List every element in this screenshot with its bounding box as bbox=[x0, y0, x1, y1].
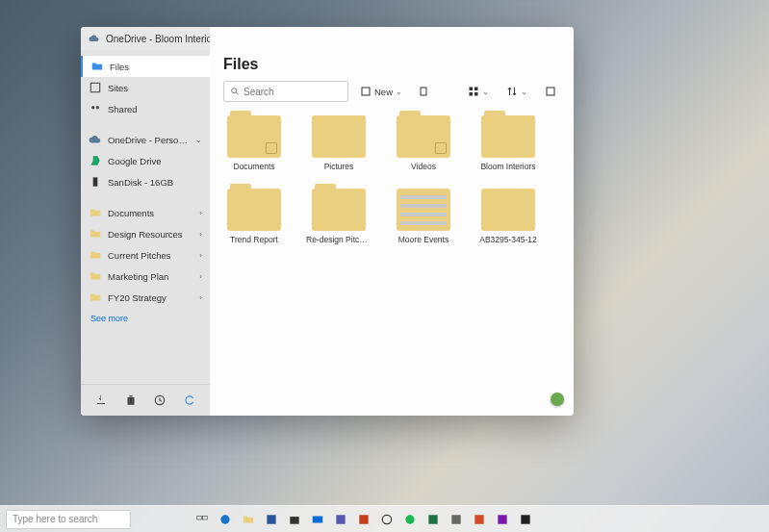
new-button[interactable]: New ⌄ bbox=[356, 84, 406, 99]
sidebar-item-onedrive-personal[interactable]: OneDrive - Personal ⌄ bbox=[81, 129, 210, 150]
paste-button[interactable] bbox=[414, 84, 433, 99]
folder-icon bbox=[89, 269, 102, 283]
powerpoint-icon[interactable] bbox=[472, 512, 487, 527]
item-name: Moore Events bbox=[398, 235, 449, 244]
trash-icon[interactable] bbox=[123, 393, 139, 408]
sync-status-icon[interactable] bbox=[551, 393, 564, 406]
svg-rect-20 bbox=[359, 515, 368, 523]
photos-icon[interactable] bbox=[356, 512, 372, 527]
svg-rect-13 bbox=[197, 516, 202, 519]
app-icon[interactable] bbox=[449, 512, 464, 527]
sidebar-item-marketing-plan[interactable]: Marketing Plan › bbox=[81, 266, 210, 287]
sidebar-item-fy20-strategy[interactable]: FY20 Strategy › bbox=[81, 287, 210, 308]
sidebar-item-shared[interactable]: Shared bbox=[81, 98, 210, 119]
svg-rect-8 bbox=[470, 88, 474, 91]
grid-icon bbox=[468, 86, 479, 97]
mail-icon[interactable] bbox=[310, 512, 325, 527]
chevron-down-icon: ⌄ bbox=[521, 88, 527, 96]
folder-redesign-pitches[interactable]: Re-design Pitches bbox=[308, 189, 370, 244]
details-button[interactable] bbox=[541, 84, 560, 99]
taskbar-search-input[interactable]: Type here to search bbox=[6, 510, 131, 529]
edge-icon[interactable] bbox=[218, 512, 233, 527]
search-icon bbox=[230, 87, 240, 96]
folder-icon bbox=[312, 189, 366, 231]
folder-icon bbox=[89, 291, 102, 304]
sidebar-item-label: SanDisk - 16GB bbox=[108, 177, 202, 188]
svg-rect-26 bbox=[498, 515, 506, 523]
item-name: Documents bbox=[234, 162, 275, 171]
spotify-icon[interactable] bbox=[402, 512, 418, 527]
excel-icon[interactable] bbox=[425, 512, 441, 527]
folder-videos[interactable]: Videos bbox=[393, 115, 454, 171]
sidebar-top-group: Files Sites Shared bbox=[81, 56, 210, 119]
file-image[interactable]: AB3295-345-12 bbox=[477, 189, 539, 244]
chevron-right-icon: › bbox=[199, 209, 202, 217]
task-view-icon[interactable] bbox=[194, 512, 210, 527]
toolbar-right: ⌄ ⌄ bbox=[464, 84, 560, 99]
toolbar: Search New ⌄ ⌄ ⌄ bbox=[223, 81, 560, 102]
onenote-icon[interactable] bbox=[495, 512, 510, 527]
sync-icon[interactable] bbox=[182, 393, 197, 408]
page-title: Files bbox=[223, 56, 560, 73]
search-placeholder: Search bbox=[244, 87, 274, 97]
download-icon[interactable] bbox=[93, 393, 109, 408]
taskbar-search-placeholder: Type here to search bbox=[13, 514, 97, 524]
sidebar-item-label: Shared bbox=[108, 104, 202, 114]
svg-rect-17 bbox=[290, 517, 298, 524]
settings-icon[interactable] bbox=[379, 512, 395, 527]
svg-rect-14 bbox=[203, 516, 208, 519]
search-input[interactable]: Search bbox=[223, 81, 348, 102]
sidebar-item-label: OneDrive - Personal bbox=[108, 135, 190, 145]
sidebar-item-google-drive[interactable]: Google Drive bbox=[81, 150, 210, 171]
chevron-right-icon: › bbox=[199, 293, 202, 302]
folder-trend-report[interactable]: Trend Report bbox=[223, 189, 285, 244]
folder-bloom-interiors[interactable]: Bloom Interiors bbox=[477, 115, 539, 171]
gdrive-icon bbox=[89, 154, 102, 167]
svg-point-2 bbox=[96, 106, 100, 110]
word-icon[interactable] bbox=[264, 512, 279, 527]
item-grid: Documents Pictures Videos Bloom Interior… bbox=[223, 115, 560, 244]
svg-rect-3 bbox=[93, 177, 98, 186]
item-name: Re-design Pitches bbox=[306, 235, 372, 244]
sidebar-item-label: Sites bbox=[108, 83, 202, 93]
sidebar-item-sites[interactable]: Sites bbox=[81, 77, 210, 98]
svg-point-22 bbox=[405, 515, 414, 523]
svg-rect-25 bbox=[474, 515, 483, 523]
folder-icon bbox=[90, 60, 104, 73]
svg-rect-6 bbox=[362, 88, 370, 95]
terminal-icon[interactable] bbox=[518, 512, 533, 527]
sidebar-drives-group: OneDrive - Personal ⌄ Google Drive SanDi… bbox=[81, 129, 210, 192]
sidebar-bottom bbox=[81, 384, 210, 416]
chevron-down-icon: ⌄ bbox=[396, 88, 402, 96]
folder-pictures[interactable]: Pictures bbox=[308, 115, 370, 171]
sidebar-item-label: Documents bbox=[108, 208, 193, 218]
sidebar-item-documents[interactable]: Documents › bbox=[81, 202, 210, 223]
sidebar-item-sandisk[interactable]: SanDisk - 16GB bbox=[81, 171, 210, 192]
store-icon[interactable] bbox=[287, 512, 302, 527]
document-thumbnail bbox=[397, 189, 450, 231]
site-icon bbox=[89, 81, 102, 94]
sidebar-item-design-resources[interactable]: Design Resources › bbox=[81, 223, 210, 244]
folder-icon bbox=[481, 115, 535, 158]
svg-rect-0 bbox=[90, 83, 99, 91]
chevron-down-icon: ⌄ bbox=[195, 136, 202, 144]
folder-documents[interactable]: Documents bbox=[223, 115, 285, 171]
history-icon[interactable] bbox=[152, 393, 167, 408]
desktop: OneDrive - Bloom Interiors − □ ✕ Files S… bbox=[0, 0, 769, 532]
see-more-link[interactable]: See more bbox=[81, 308, 210, 329]
teams-icon[interactable] bbox=[333, 512, 348, 527]
svg-rect-24 bbox=[451, 515, 460, 523]
item-name: Trend Report bbox=[230, 235, 278, 244]
svg-rect-12 bbox=[547, 88, 554, 95]
explorer-icon[interactable] bbox=[241, 512, 256, 527]
sidebar-item-files[interactable]: Files bbox=[81, 56, 210, 77]
svg-rect-19 bbox=[336, 515, 345, 523]
file-moore-events[interactable]: Moore Events bbox=[393, 189, 454, 244]
svg-rect-23 bbox=[428, 515, 437, 523]
folder-icon bbox=[89, 227, 102, 241]
sidebar-item-current-pitches[interactable]: Current Pitches › bbox=[81, 244, 210, 266]
sidebar-item-label: Marketing Plan bbox=[108, 271, 193, 282]
sort-button[interactable]: ⌄ bbox=[502, 84, 531, 99]
view-button[interactable]: ⌄ bbox=[464, 84, 493, 99]
window-title: OneDrive - Bloom Interiors bbox=[106, 34, 219, 44]
